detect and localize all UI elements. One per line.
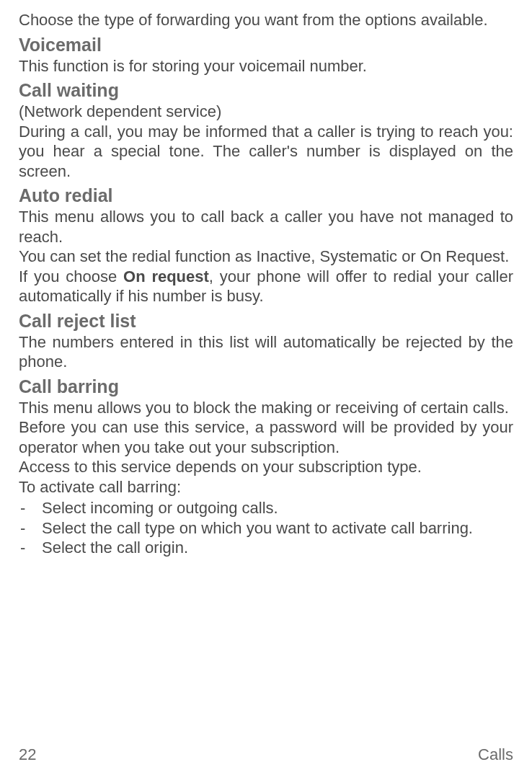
call-barring-p2: Before you can use this service, a passw… [19, 417, 513, 457]
list-item: Select incoming or outgoing calls. [19, 498, 513, 518]
call-reject-list-p1: The numbers entered in this list will au… [19, 332, 513, 372]
auto-redial-p2: You can set the redial function as Inact… [19, 247, 513, 267]
call-waiting-p1: (Network dependent service) [19, 102, 513, 122]
footer-section-label: Calls [478, 745, 513, 764]
intro-paragraph: Choose the type of forwarding you want f… [19, 10, 513, 30]
auto-redial-p3a: If you choose [19, 267, 123, 285]
auto-redial-p3-bold: On request [123, 267, 209, 285]
call-barring-p1: This menu allows you to block the making… [19, 398, 513, 418]
auto-redial-p1: This menu allows you to call back a call… [19, 207, 513, 247]
page-footer: 22 Calls [19, 745, 513, 764]
heading-call-barring: Call barring [19, 376, 513, 397]
call-waiting-p2: During a call, you may be informed that … [19, 122, 513, 182]
list-item: Select the call origin. [19, 538, 513, 558]
call-barring-p3: Access to this service depends on your s… [19, 457, 513, 477]
heading-call-reject-list: Call reject list [19, 311, 513, 332]
voicemail-p1: This function is for storing your voicem… [19, 56, 513, 76]
call-barring-list: Select incoming or outgoing calls. Selec… [19, 498, 513, 558]
auto-redial-p3: If you choose On request, your phone wil… [19, 267, 513, 306]
heading-voicemail: Voicemail [19, 35, 513, 56]
heading-auto-redial: Auto redial [19, 185, 513, 206]
list-item: Select the call type on which you want t… [19, 518, 513, 539]
heading-call-waiting: Call waiting [19, 80, 513, 101]
call-barring-p4: To activate call barring: [19, 477, 513, 497]
page-number: 22 [19, 745, 36, 764]
